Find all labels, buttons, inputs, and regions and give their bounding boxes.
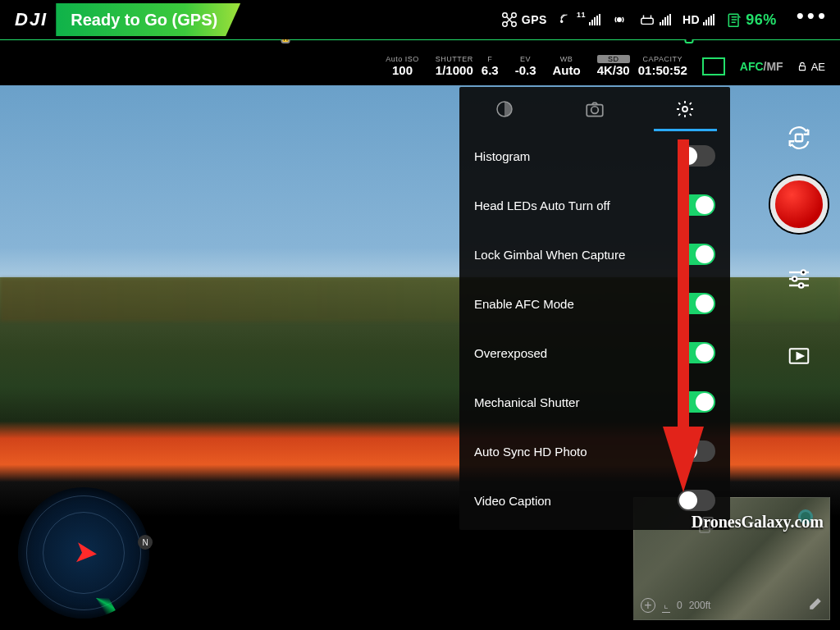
setting-auto-sync-hd[interactable]: Auto Sync HD Photo [459, 427, 730, 476]
focus-mode-toggle[interactable]: AFC/MF [732, 60, 792, 73]
camera-adjust-icon[interactable] [784, 264, 814, 294]
svg-point-4 [561, 21, 563, 22]
setting-label: Auto Sync HD Photo [474, 445, 587, 459]
iso-value: 100 [392, 63, 413, 77]
compass-radar[interactable]: N [18, 487, 149, 619]
svg-marker-26 [76, 542, 98, 564]
camera-settings-panel: Histogram Head LEDs Auto Turn off Lock G… [459, 87, 730, 530]
mf-label: /MF [764, 60, 783, 73]
toggle-overexposed[interactable] [678, 342, 715, 363]
capacity-readout[interactable]: CAPACITY 01:50:52 [630, 55, 696, 78]
shutter-label: SHUTTER [436, 55, 473, 63]
setting-label: Histogram [474, 149, 530, 163]
wb-readout[interactable]: WB Auto [545, 55, 589, 78]
playback-icon[interactable] [784, 341, 814, 371]
setting-label: Enable AFC Mode [474, 297, 574, 311]
wb-label: WB [553, 55, 581, 63]
toggle-mechanical-shutter[interactable] [678, 391, 715, 413]
toggle-auto-sync-hd[interactable] [678, 441, 715, 462]
sd-label: SD [597, 55, 630, 63]
heading-arrow-icon [66, 535, 101, 570]
right-tool-column [766, 123, 832, 371]
svg-rect-8 [799, 66, 805, 70]
toggle-lock-gimbal[interactable] [678, 244, 715, 265]
sd-value: 4K/30 [597, 63, 630, 77]
svg-point-23 [799, 283, 803, 287]
setting-label: Head LEDs Auto Turn off [474, 199, 610, 212]
battery-percentage: 96% [746, 11, 777, 29]
map-zoom-icon[interactable]: + [641, 598, 655, 613]
record-button[interactable] [770, 176, 828, 233]
map-edit-icon[interactable] [808, 596, 823, 614]
svg-point-21 [792, 276, 797, 281]
setting-video-caption[interactable]: Video Caption [459, 476, 730, 525]
setting-lock-gimbal[interactable]: Lock Gimbal When Capture [459, 230, 730, 279]
gps-label: GPS [522, 13, 547, 26]
iso-label: Auto ISO [386, 55, 419, 63]
hd-label: HD [682, 13, 700, 26]
toggle-histogram[interactable] [678, 145, 715, 167]
afc-label: AFC [740, 60, 764, 73]
ev-value: -0.3 [515, 63, 536, 77]
ae-lock-button[interactable]: AE [792, 61, 830, 73]
satellite-count: 11 [577, 11, 586, 19]
battery-indicator[interactable]: 96% [726, 11, 777, 29]
ev-readout[interactable]: EV -0.3 [507, 55, 545, 78]
satellite-signal[interactable]: 11 [559, 12, 600, 27]
aperture-readout[interactable]: F 6.3 [473, 55, 507, 78]
map-scale: + ⌞ 0 200ft [641, 598, 710, 613]
aperture-value: 6.3 [482, 63, 499, 77]
setting-mechanical-shutter[interactable]: Mechanical Shutter [459, 377, 730, 427]
app-root: DJI Ready to Go (GPS) GPS 11 [0, 0, 840, 630]
top-status-bar: DJI Ready to Go (GPS) GPS 11 [0, 0, 840, 39]
camera-switch-icon[interactable] [784, 123, 814, 153]
hd-bars-icon [703, 14, 714, 25]
scale-max: 200ft [689, 600, 711, 611]
tab-settings-gear[interactable] [640, 87, 730, 131]
capacity-label: CAPACITY [638, 55, 687, 63]
svg-marker-27 [810, 598, 821, 609]
watermark-text: DronesGalaxy.com [692, 513, 824, 532]
toggle-enable-afc[interactable] [678, 293, 715, 314]
setting-label: Video Caption [474, 494, 551, 508]
shutter-value: 1/1000 [436, 63, 473, 77]
focus-frame-icon[interactable] [702, 57, 725, 75]
rc-signal-icon[interactable] [612, 12, 627, 27]
camera-param-strip: Auto ISO 100 SHUTTER 1/1000 F 6.3 EV -0.… [0, 48, 840, 85]
svg-point-12 [682, 107, 687, 112]
scale-zero: 0 [677, 600, 682, 611]
setting-head-leds[interactable]: Head LEDs Auto Turn off [459, 180, 730, 230]
svg-point-5 [618, 18, 622, 22]
iso-readout[interactable]: Auto ISO 100 [377, 55, 427, 78]
setting-enable-afc[interactable]: Enable AFC Mode [459, 279, 730, 328]
setting-overexposed[interactable]: Overexposed [459, 328, 730, 377]
svg-point-11 [591, 107, 599, 114]
flight-mode-icon[interactable]: GPS [500, 11, 547, 29]
north-badge: N [138, 535, 153, 550]
svg-rect-7 [728, 14, 738, 26]
flight-status-pill[interactable]: Ready to Go (GPS) [56, 3, 240, 36]
tab-photo[interactable] [550, 87, 640, 131]
ae-label: AE [811, 61, 825, 73]
svg-rect-17 [796, 135, 803, 142]
wb-value: Auto [553, 63, 581, 77]
toggle-video-caption[interactable] [678, 490, 715, 511]
hd-signal[interactable]: HD [682, 13, 714, 26]
remote-controller-icon[interactable] [638, 12, 671, 27]
settings-tabs [459, 87, 730, 131]
tab-exposure[interactable] [459, 87, 550, 131]
svg-marker-25 [797, 353, 804, 359]
more-menu-button[interactable]: ••• [788, 3, 833, 37]
rc-bars-icon [660, 14, 671, 25]
setting-label: Mechanical Shutter [474, 395, 579, 409]
dji-logo: DJI [7, 9, 56, 30]
capacity-value: 01:50:52 [638, 63, 687, 77]
ev-label: EV [515, 55, 536, 63]
svg-rect-6 [641, 18, 653, 24]
settings-list[interactable]: Histogram Head LEDs Auto Turn off Lock G… [459, 131, 730, 530]
setting-label: Lock Gimbal When Capture [474, 248, 625, 262]
svg-point-19 [801, 270, 806, 274]
aperture-label: F [482, 55, 499, 63]
setting-histogram[interactable]: Histogram [459, 131, 730, 180]
toggle-head-leds[interactable] [678, 194, 715, 216]
